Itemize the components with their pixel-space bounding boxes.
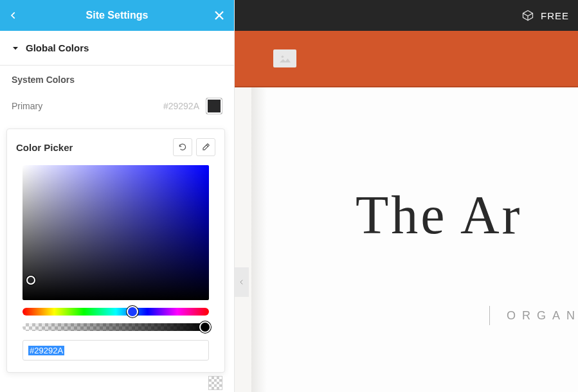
reset-button[interactable] [173,138,192,156]
chevron-left-icon [9,10,18,21]
image-placeholder [273,49,296,67]
close-button[interactable] [212,10,225,21]
transparent-swatch[interactable] [208,376,222,390]
eyedropper-icon [201,143,210,152]
topbar-text: FREE [541,10,569,21]
svg-marker-2 [13,47,18,50]
app-root: Site Settings Global Colors System Color… [0,0,578,392]
sidebar-header: Site Settings [0,0,234,31]
image-icon [278,53,292,64]
preview-content: The Ar ORGANIC [235,87,578,392]
hero-bar [235,31,578,87]
section-global-colors[interactable]: Global Colors [0,31,234,66]
preview-subline: ORGANIC [489,306,578,325]
picker-title: Color Picker [16,142,73,153]
divider [489,306,490,325]
bottom-row-right [203,376,222,390]
subline-right: ORGANIC [507,309,578,323]
chevron-down-icon [12,44,19,52]
alpha-thumb[interactable] [199,321,211,333]
sv-cursor[interactable] [26,276,35,285]
svg-point-4 [282,56,284,58]
eyedropper-button[interactable] [196,138,215,156]
color-row-right: #29292A [163,98,222,114]
preview-topbar: FREE [235,0,578,31]
picker-header: Color Picker [16,138,215,156]
picker-tools [173,138,215,156]
collapse-handle[interactable] [235,267,249,297]
section-label: Global Colors [26,42,89,53]
hue-slider[interactable] [23,308,209,316]
sidebar-bottom-row [0,374,234,392]
close-icon [213,10,225,21]
color-row-primary[interactable]: Primary #29292A [0,94,234,121]
hex-input-value: #29292A [28,346,64,355]
sidebar-title: Site Settings [86,10,149,21]
hue-thumb[interactable] [127,306,138,317]
color-swatch[interactable] [206,98,222,114]
subsection-system-colors: System Colors [0,66,234,94]
alpha-slider[interactable] [23,323,209,331]
box-icon [521,9,534,22]
saturation-value-panel[interactable] [23,165,209,300]
preview-pane: FREE The Ar ORGANIC [235,0,578,392]
preview-headline: The Ar [356,184,523,246]
hex-input[interactable]: #29292A [23,340,209,361]
settings-sidebar: Site Settings Global Colors System Color… [0,0,235,392]
back-button[interactable] [9,10,22,21]
color-name: Primary [12,101,42,111]
color-picker: Color Picker #29292A [6,129,225,373]
chevron-left-icon [239,278,245,287]
undo-icon [178,143,187,152]
color-hex: #29292A [163,101,199,111]
